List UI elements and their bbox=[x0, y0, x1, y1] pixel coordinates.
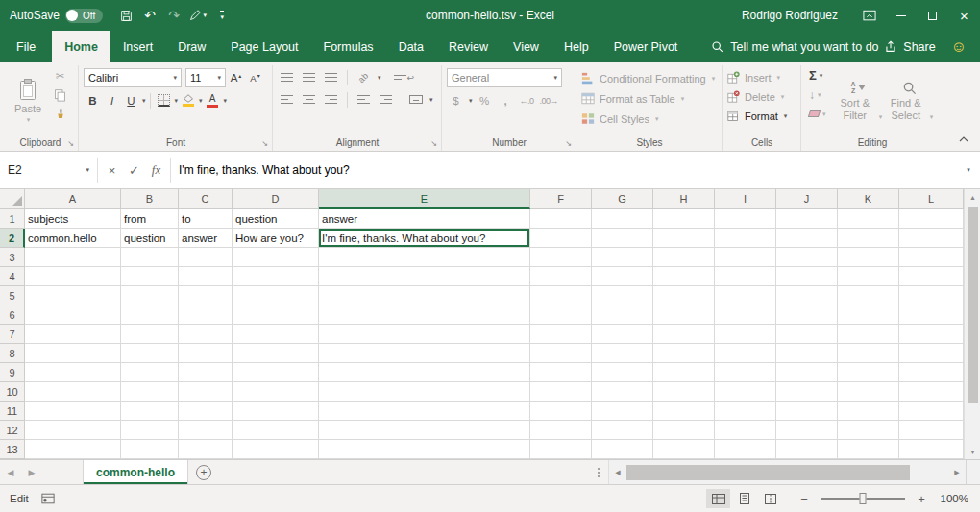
customize-qat-button[interactable]: ▾ bbox=[210, 3, 233, 28]
wrap-text-button[interactable]: ↩ bbox=[393, 68, 416, 86]
cell-D6[interactable] bbox=[233, 305, 319, 325]
cell-I3[interactable] bbox=[715, 248, 776, 267]
cell-G3[interactable] bbox=[592, 248, 653, 267]
cell-F1[interactable] bbox=[530, 209, 592, 229]
tell-me-box[interactable]: Tell me what you want to do bbox=[711, 31, 878, 62]
increase-decimal-button[interactable]: ←.0 bbox=[518, 91, 536, 110]
cell-styles-button[interactable]: Cell Styles ▾ bbox=[581, 109, 718, 129]
cut-button[interactable]: ✂ bbox=[51, 66, 69, 85]
cell-A2[interactable]: common.hello bbox=[25, 229, 121, 248]
cell-J12[interactable] bbox=[776, 421, 838, 440]
paste-button[interactable]: Paste ▾ bbox=[7, 66, 49, 135]
cell-K3[interactable] bbox=[838, 248, 899, 267]
close-button[interactable]: × bbox=[948, 0, 980, 31]
cell-K12[interactable] bbox=[838, 421, 899, 440]
cell-K1[interactable] bbox=[838, 209, 899, 229]
borders-button[interactable] bbox=[155, 91, 173, 110]
column-header-K[interactable]: K bbox=[838, 189, 899, 209]
cell-H8[interactable] bbox=[653, 344, 715, 363]
cell-A1[interactable]: subjects bbox=[25, 209, 121, 229]
increase-font-size-button[interactable]: A▴ bbox=[227, 69, 245, 87]
row-header-4[interactable]: 4 bbox=[0, 267, 25, 286]
cell-J13[interactable] bbox=[776, 440, 838, 459]
cell-I11[interactable] bbox=[715, 402, 776, 421]
collapse-ribbon-button[interactable] bbox=[955, 133, 972, 146]
tab-view[interactable]: View bbox=[501, 31, 551, 62]
cell-C4[interactable] bbox=[179, 267, 233, 286]
format-cells-button[interactable]: Format ▾ bbox=[727, 107, 796, 125]
middle-align-button[interactable] bbox=[300, 68, 318, 86]
cell-H11[interactable] bbox=[653, 402, 715, 421]
increase-indent-button[interactable] bbox=[377, 90, 395, 109]
cell-H2[interactable] bbox=[653, 229, 715, 248]
sheet-tab-common-hello[interactable]: common-hello bbox=[83, 460, 188, 484]
accounting-format-button[interactable]: $ bbox=[447, 91, 465, 110]
cell-H4[interactable] bbox=[653, 267, 715, 286]
decrease-decimal-button[interactable]: .00→ bbox=[539, 91, 560, 110]
cell-A3[interactable] bbox=[25, 248, 121, 267]
cell-B5[interactable] bbox=[121, 286, 179, 305]
cell-J6[interactable] bbox=[776, 305, 838, 325]
cell-I4[interactable] bbox=[715, 267, 776, 286]
merge-center-button[interactable] bbox=[406, 90, 425, 109]
row-header-5[interactable]: 5 bbox=[0, 286, 25, 305]
cell-H10[interactable] bbox=[653, 382, 715, 402]
autosave-toggle[interactable]: AutoSave Off bbox=[10, 9, 103, 23]
column-header-D[interactable]: D bbox=[233, 189, 319, 209]
cell-E8[interactable] bbox=[319, 344, 530, 363]
font-size-combobox[interactable]: 11 ▾ bbox=[185, 68, 226, 87]
column-header-C[interactable]: C bbox=[179, 189, 233, 209]
tab-draw[interactable]: Draw bbox=[165, 31, 218, 62]
cell-B10[interactable] bbox=[121, 382, 179, 402]
zoom-in-button[interactable]: + bbox=[914, 492, 929, 506]
cell-K4[interactable] bbox=[838, 267, 899, 286]
ribbon-display-options-button[interactable] bbox=[853, 0, 885, 31]
cell-C5[interactable] bbox=[179, 286, 233, 305]
cell-D8[interactable] bbox=[233, 344, 319, 363]
cell-L9[interactable] bbox=[899, 363, 964, 382]
cell-L5[interactable] bbox=[899, 286, 964, 305]
font-color-dropdown-icon[interactable]: ▾ bbox=[224, 97, 228, 105]
cell-J9[interactable] bbox=[776, 363, 838, 382]
cell-H1[interactable] bbox=[653, 209, 715, 229]
cell-F6[interactable] bbox=[530, 305, 592, 325]
cell-D7[interactable] bbox=[233, 325, 319, 344]
cell-D10[interactable] bbox=[233, 382, 319, 402]
cell-E11[interactable] bbox=[319, 402, 530, 421]
align-left-button[interactable] bbox=[278, 90, 296, 109]
minimize-button[interactable] bbox=[885, 0, 917, 31]
cell-E12[interactable] bbox=[319, 421, 530, 440]
tab-scroll-splitter[interactable] bbox=[598, 472, 600, 474]
cell-E6[interactable] bbox=[319, 305, 530, 325]
orientation-dropdown-icon[interactable]: ▾ bbox=[378, 74, 381, 82]
row-header-6[interactable]: 6 bbox=[0, 305, 25, 325]
cell-F11[interactable] bbox=[530, 402, 592, 421]
cell-I5[interactable] bbox=[715, 286, 776, 305]
cell-K8[interactable] bbox=[838, 344, 899, 363]
cell-K2[interactable] bbox=[838, 229, 899, 248]
tab-insert[interactable]: Insert bbox=[110, 31, 165, 62]
cell-F2[interactable] bbox=[530, 229, 592, 248]
normal-view-button[interactable] bbox=[706, 489, 730, 508]
macro-record-button[interactable] bbox=[41, 493, 55, 504]
cell-K13[interactable] bbox=[838, 440, 899, 459]
cell-C6[interactable] bbox=[179, 305, 233, 325]
accounting-dropdown-icon[interactable]: ▾ bbox=[469, 97, 473, 105]
column-header-H[interactable]: H bbox=[653, 189, 715, 209]
cell-C7[interactable] bbox=[179, 325, 233, 344]
cell-K5[interactable] bbox=[838, 286, 899, 305]
row-header-8[interactable]: 8 bbox=[0, 344, 25, 363]
align-right-button[interactable] bbox=[322, 90, 340, 109]
cell-L3[interactable] bbox=[899, 248, 964, 267]
cell-H6[interactable] bbox=[653, 305, 715, 325]
insert-cells-button[interactable]: Insert ▾ bbox=[727, 68, 796, 86]
cell-B9[interactable] bbox=[121, 363, 179, 382]
page-layout-view-button[interactable] bbox=[732, 489, 756, 508]
cell-I8[interactable] bbox=[715, 344, 776, 363]
cell-J4[interactable] bbox=[776, 267, 838, 286]
row-header-12[interactable]: 12 bbox=[0, 421, 25, 440]
cell-G10[interactable] bbox=[592, 382, 653, 402]
tab-power-pivot[interactable]: Power Pivot bbox=[601, 31, 691, 62]
user-name[interactable]: Rodrigo Rodriguez bbox=[742, 9, 838, 22]
cell-E2[interactable]: I'm fine, thanks. What about you? bbox=[319, 229, 530, 248]
